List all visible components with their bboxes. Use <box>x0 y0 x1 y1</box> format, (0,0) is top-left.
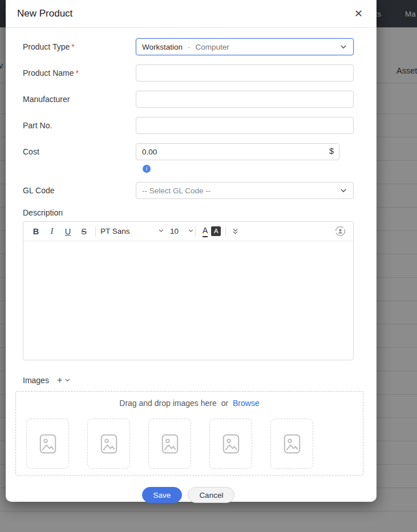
product-type-select[interactable]: Workstation · Computer <box>136 38 354 55</box>
info-icon[interactable]: i <box>143 165 151 173</box>
dot-separator: · <box>188 43 191 51</box>
required-mark: * <box>71 42 74 51</box>
bold-button[interactable]: B <box>30 226 42 237</box>
partial-text-left: v <box>0 61 3 70</box>
image-icon <box>100 433 118 454</box>
field-row-cost: Cost $ i <box>23 143 354 173</box>
image-placeholder <box>270 419 313 469</box>
manufacturer-label: Manufacturer <box>23 91 136 104</box>
field-row-product-name: Product Name* <box>23 64 354 82</box>
image-icon <box>161 433 179 454</box>
part-no-label: Part No. <box>23 117 136 130</box>
label-text: Product Name <box>23 68 74 78</box>
toolbar-divider <box>225 226 226 237</box>
chevron-down-icon <box>339 186 347 194</box>
drop-instruction: Drag and drop images here <box>119 399 216 408</box>
image-placeholder-row <box>16 419 363 469</box>
close-icon[interactable]: ✕ <box>352 6 365 21</box>
cancel-button[interactable]: Cancel <box>188 487 234 503</box>
cost-label: Cost <box>23 143 136 156</box>
chevron-down-icon <box>339 43 347 51</box>
toolbar-divider <box>195 226 196 237</box>
text-color-button[interactable]: A <box>203 226 208 237</box>
part-no-input[interactable] <box>136 117 354 134</box>
images-label: Images <box>23 376 49 385</box>
new-product-modal: New Product ✕ Product Type* Workstation … <box>6 0 376 502</box>
dropzone-text: Drag and drop images here or Browse <box>16 399 363 408</box>
chevron-down-icon <box>158 227 164 235</box>
strikethrough-button[interactable]: S <box>78 226 90 237</box>
cost-input[interactable] <box>136 143 339 160</box>
image-placeholder <box>87 419 130 469</box>
highlight-color-button[interactable]: A <box>211 226 221 236</box>
gl-code-label: GL Code <box>23 182 136 195</box>
font-size-select[interactable]: 10 <box>170 227 194 235</box>
field-row-part-no: Part No. <box>23 117 354 134</box>
image-placeholder <box>148 419 191 469</box>
or-text: or <box>221 399 228 408</box>
product-type-label: Product Type* <box>23 38 136 51</box>
selected-category: Computer <box>196 43 229 51</box>
selected-product-type: Workstation <box>142 43 183 51</box>
nav-item-partial: Ma <box>405 10 416 18</box>
editor-toolbar: B I U S PT Sans 10 A <box>23 222 353 241</box>
assistant-user-icon[interactable] <box>334 225 346 237</box>
browse-link[interactable]: Browse <box>233 399 260 408</box>
plus-icon: + <box>57 375 62 385</box>
images-header: Images + <box>23 375 354 385</box>
description-text-area[interactable] <box>23 241 353 360</box>
column-header-asset: Asset <box>396 66 417 75</box>
description-editor: B I U S PT Sans 10 A <box>23 221 354 360</box>
page-title: New Product <box>17 8 72 19</box>
image-icon <box>283 433 301 454</box>
description-label: Description <box>23 208 354 217</box>
field-row-product-type: Product Type* Workstation · Computer <box>23 38 354 55</box>
chevron-down-icon <box>188 227 194 235</box>
image-dropzone[interactable]: Drag and drop images here or Browse <box>15 391 363 476</box>
toolbar-divider <box>95 226 96 237</box>
cost-input-wrap: $ <box>136 143 339 160</box>
manufacturer-input[interactable] <box>136 91 354 108</box>
product-name-input[interactable] <box>136 64 354 82</box>
font-family-value: PT Sans <box>100 227 130 235</box>
label-text: Product Type <box>23 42 70 51</box>
required-mark: * <box>75 68 78 78</box>
more-tools-icon[interactable] <box>232 228 239 235</box>
image-icon <box>222 433 240 454</box>
save-button[interactable]: Save <box>142 487 183 503</box>
gl-code-placeholder: -- Select GL Code -- <box>142 186 210 195</box>
field-row-manufacturer: Manufacturer <box>23 91 354 108</box>
underline-button[interactable]: U <box>62 226 74 237</box>
gl-code-select[interactable]: -- Select GL Code -- <box>136 182 354 199</box>
modal-header: New Product ✕ <box>6 0 376 28</box>
italic-button[interactable]: I <box>46 225 58 237</box>
action-buttons: Save Cancel <box>23 487 354 503</box>
field-row-gl-code: GL Code -- Select GL Code -- <box>23 182 354 199</box>
add-image-button[interactable]: + <box>57 375 71 385</box>
font-family-select[interactable]: PT Sans <box>100 227 164 235</box>
font-size-value: 10 <box>170 227 179 235</box>
product-name-label: Product Name* <box>23 64 136 78</box>
image-placeholder <box>26 419 69 469</box>
image-icon <box>39 433 57 454</box>
modal-body: Product Type* Workstation · Computer Pro… <box>6 28 376 503</box>
image-placeholder <box>209 419 252 469</box>
currency-symbol: $ <box>329 147 334 156</box>
chevron-down-icon <box>64 376 71 385</box>
